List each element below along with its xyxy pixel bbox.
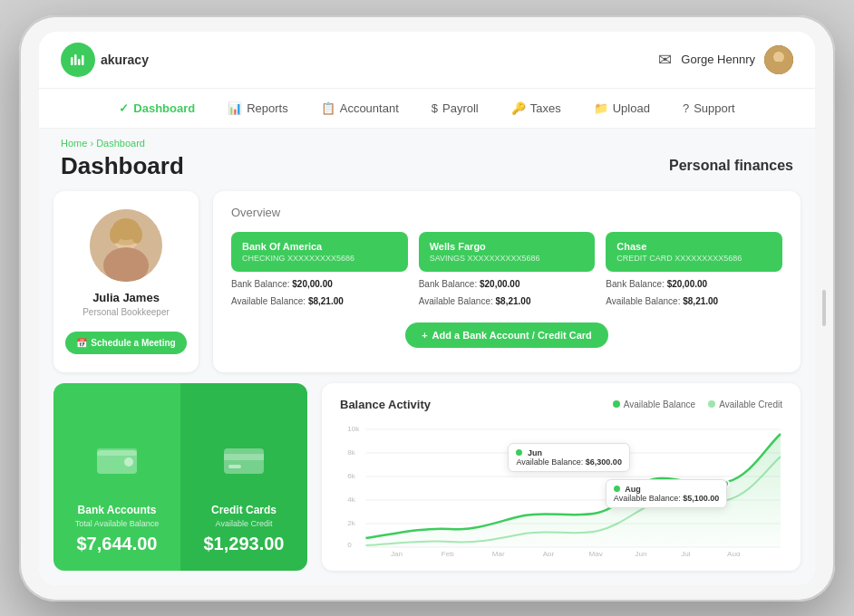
nav-item-upload[interactable]: 📁 Upload bbox=[588, 98, 655, 119]
svg-text:8k: 8k bbox=[347, 448, 356, 457]
svg-text:Jan: Jan bbox=[391, 550, 403, 556]
svg-point-13 bbox=[131, 226, 142, 244]
available-balance-0: Available Balance: $8,21.00 bbox=[231, 296, 408, 306]
logo-icon bbox=[61, 43, 95, 77]
schedule-meeting-button[interactable]: 📅 Schedule a Meeting bbox=[65, 332, 186, 354]
chart-card: Balance Activity Available Balance Avail… bbox=[322, 383, 801, 571]
svg-text:Jun: Jun bbox=[635, 550, 646, 556]
bank-balance-0: Bank Balance: $20,00.00 bbox=[231, 279, 408, 289]
chart-legend: Available Balance Available Credit bbox=[613, 399, 782, 409]
overview-card: Overview Bank Of America CHECKING XXXXXX… bbox=[213, 191, 801, 372]
chart-title: Balance Activity bbox=[340, 398, 431, 411]
profile-card: Julia James Personal Bookkeeper 📅 Schedu… bbox=[53, 191, 199, 372]
bank-name-2: Chase bbox=[616, 241, 772, 252]
bank-type-0: CHECKING XXXXXXXXX5686 bbox=[242, 254, 397, 263]
content-row-top: Julia James Personal Bookkeeper 📅 Schedu… bbox=[39, 191, 815, 383]
reports-icon: 📊 bbox=[228, 101, 242, 115]
svg-text:May: May bbox=[589, 550, 603, 556]
main-content: Home › Dashboard Dashboard Personal fina… bbox=[39, 129, 815, 585]
svg-point-12 bbox=[110, 226, 121, 244]
stat-label-1: Credit Cards bbox=[211, 504, 277, 516]
nav-item-support[interactable]: ? Support bbox=[677, 98, 741, 119]
svg-text:4k: 4k bbox=[347, 496, 356, 504]
page-title: Dashboard bbox=[61, 152, 184, 180]
bank-balance-2: Bank Balance: $20,00.00 bbox=[606, 279, 782, 289]
user-name: Gorge Hennry bbox=[681, 53, 755, 66]
bank-info-0: Bank Balance: $20,00.00 Available Balanc… bbox=[231, 279, 408, 310]
tablet-frame: akuracy ✉ Gorge Hennry ✓ Dashboard bbox=[19, 15, 835, 602]
nav-item-dashboard[interactable]: ✓ Dashboard bbox=[113, 98, 200, 119]
legend-dot-1 bbox=[708, 400, 715, 408]
svg-text:Apr: Apr bbox=[543, 550, 555, 556]
available-balance-1: Available Balance: $8,21.00 bbox=[419, 296, 596, 306]
logo: akuracy bbox=[61, 43, 149, 77]
svg-rect-17 bbox=[224, 448, 264, 474]
available-balance-2: Available Balance: $8,21.00 bbox=[606, 296, 782, 306]
tooltip-dot-2 bbox=[614, 486, 620, 492]
stat-card-credit-cards: Credit Cards Available Credit $1,293.00 bbox=[180, 383, 307, 571]
header: akuracy ✉ Gorge Hennry bbox=[39, 32, 815, 89]
page-subtitle: Personal finances bbox=[669, 158, 793, 174]
stat-label-0: Bank Accounts bbox=[78, 504, 157, 516]
tablet-inner: akuracy ✉ Gorge Hennry ✓ Dashboard bbox=[39, 32, 815, 585]
stat-value-1: $1,293.00 bbox=[204, 534, 285, 554]
svg-text:Mar: Mar bbox=[492, 550, 505, 556]
bank-type-1: SAVINGS XXXXXXXXXX5686 bbox=[430, 254, 585, 263]
bank-cards-row: Bank Of America CHECKING XXXXXXXXX5686 B… bbox=[231, 232, 782, 310]
calendar-icon: 📅 bbox=[76, 338, 87, 348]
bank-type-2: CREDIT CARD XXXXXXXXX5686 bbox=[616, 254, 772, 263]
bank-name-0: Bank Of America bbox=[242, 241, 397, 252]
plus-icon: + bbox=[422, 330, 427, 341]
content-row-bottom: Bank Accounts Total Available Balance $7… bbox=[39, 383, 815, 585]
tooltip-dot-1 bbox=[516, 449, 522, 456]
chart-area: 10k 8k 6k 4k 2k 0 bbox=[340, 420, 782, 556]
svg-text:6k: 6k bbox=[347, 472, 356, 480]
bank-card-0: Bank Of America CHECKING XXXXXXXXX5686 bbox=[231, 232, 408, 272]
nav-item-reports[interactable]: 📊 Reports bbox=[222, 98, 294, 119]
logo-text: akuracy bbox=[101, 53, 149, 67]
stat-cards: Bank Accounts Total Available Balance $7… bbox=[53, 383, 307, 571]
legend-item-1: Available Credit bbox=[708, 399, 782, 409]
nav-item-accountant[interactable]: 📋 Accountant bbox=[315, 98, 404, 119]
bank-card-2: Chase CREDIT CARD XXXXXXXXX5686 bbox=[606, 232, 782, 272]
add-bank-button[interactable]: + Add a Bank Account / Credit Card bbox=[405, 322, 608, 348]
mail-icon[interactable]: ✉ bbox=[658, 50, 672, 70]
stat-sublabel-0: Total Available Balance bbox=[75, 519, 159, 528]
svg-rect-1 bbox=[74, 54, 77, 65]
page-header: Dashboard Personal finances bbox=[39, 152, 815, 191]
svg-text:Jul: Jul bbox=[681, 550, 691, 556]
chart-tooltip-1: Jun Available Balance: $6,300.00 bbox=[508, 443, 629, 472]
credit-card-icon bbox=[224, 447, 264, 486]
nav-item-payroll[interactable]: $ Payroll bbox=[426, 98, 484, 119]
stat-sublabel-1: Available Credit bbox=[216, 519, 273, 528]
bank-section-1: Wells Fargo SAVINGS XXXXXXXXXX5686 Bank … bbox=[419, 232, 596, 310]
taxes-icon: 🔑 bbox=[511, 101, 526, 115]
bank-balance-1: Bank Balance: $20,00.00 bbox=[419, 279, 596, 289]
svg-rect-19 bbox=[228, 465, 241, 468]
svg-text:0: 0 bbox=[347, 541, 352, 549]
support-icon: ? bbox=[683, 101, 689, 115]
nav-item-taxes[interactable]: 🔑 Taxes bbox=[506, 98, 567, 119]
scrollbar[interactable] bbox=[822, 290, 826, 326]
header-right: ✉ Gorge Hennry bbox=[658, 45, 793, 74]
bank-info-1: Bank Balance: $20,00.00 Available Balanc… bbox=[419, 279, 596, 310]
svg-rect-2 bbox=[78, 59, 81, 65]
svg-text:Aug: Aug bbox=[727, 550, 740, 556]
upload-icon: 📁 bbox=[594, 101, 608, 115]
avatar bbox=[764, 45, 793, 74]
svg-text:2k: 2k bbox=[347, 519, 356, 527]
svg-rect-3 bbox=[82, 55, 84, 65]
bank-name-1: Wells Fargo bbox=[430, 241, 585, 252]
wallet-icon bbox=[97, 445, 137, 486]
accountant-icon: 📋 bbox=[321, 101, 335, 115]
bank-card-1: Wells Fargo SAVINGS XXXXXXXXXX5686 bbox=[419, 232, 596, 272]
add-bank-wrapper: + Add a Bank Account / Credit Card bbox=[231, 322, 782, 348]
svg-rect-18 bbox=[224, 454, 264, 460]
bank-section-2: Chase CREDIT CARD XXXXXXXXX5686 Bank Bal… bbox=[606, 232, 782, 310]
legend-dot-0 bbox=[613, 400, 620, 408]
legend-item-0: Available Balance bbox=[613, 399, 695, 409]
profile-role: Personal Bookkeeper bbox=[82, 307, 170, 317]
svg-text:10k: 10k bbox=[347, 425, 360, 433]
avatar bbox=[90, 209, 162, 282]
bank-info-2: Bank Balance: $20,00.00 Available Balanc… bbox=[606, 279, 782, 310]
